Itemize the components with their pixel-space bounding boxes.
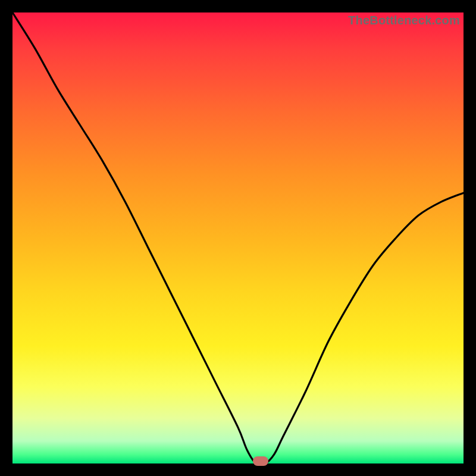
bottleneck-curve: [12, 12, 464, 464]
chart-frame: TheBottleneck.com: [0, 0, 476, 476]
curve-path: [12, 12, 464, 465]
optimal-marker: [253, 456, 268, 466]
chart-plot-area: TheBottleneck.com: [12, 12, 464, 464]
